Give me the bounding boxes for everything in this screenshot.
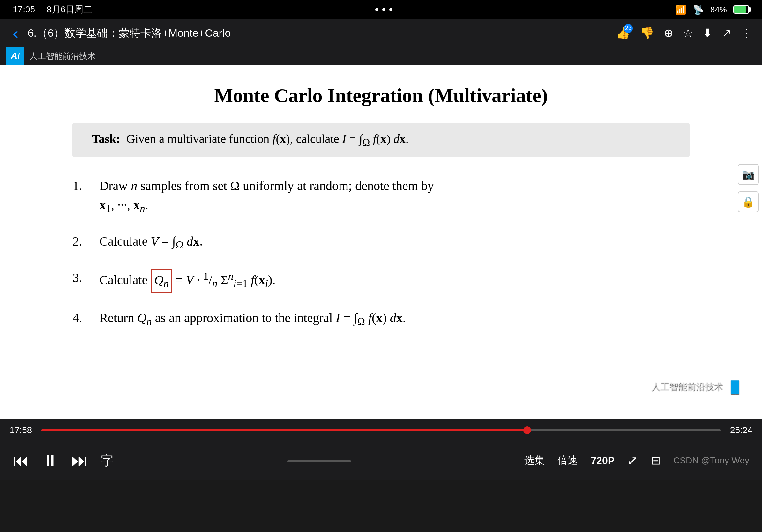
thumbs-down-button[interactable]: 👎 xyxy=(640,27,654,40)
bottom-scrollbar-area xyxy=(287,459,351,462)
progress-thumb[interactable] xyxy=(523,427,531,434)
prev-button[interactable]: ⏮ xyxy=(13,451,29,470)
controls-left: ⏮ ⏸ ⏭ 字 xyxy=(13,451,114,470)
subtitle-button[interactable]: 字 xyxy=(101,452,114,470)
ai-logo: Ai xyxy=(6,47,24,65)
current-time: 17:58 xyxy=(10,425,35,435)
camera-button[interactable]: 📷 xyxy=(738,164,759,185)
step-3-number: 3. xyxy=(72,268,92,287)
channel-name: 人工智能前沿技术 xyxy=(29,51,96,62)
quality-button[interactable]: 720P xyxy=(591,455,615,467)
step-4-number: 4. xyxy=(72,308,92,328)
pip-button[interactable]: ⊟ xyxy=(651,454,660,467)
status-date: 8月6日周二 xyxy=(46,4,92,16)
progress-bar[interactable] xyxy=(41,429,721,431)
watermark: 人工智能前沿技术 ▐▌ xyxy=(651,380,743,394)
step-1-text: Draw n samples from set Ω uniformly at r… xyxy=(99,176,689,217)
video-area: Monte Carlo Integration (Multivariate) T… xyxy=(0,65,762,419)
battery-icon xyxy=(733,5,749,14)
qn-highlight: Qn xyxy=(151,269,172,293)
step-3-text: Calculate Qn = V · 1/n Σni=1 f(xi). xyxy=(99,268,689,293)
step-4-text: Return Qn as an approximation to the int… xyxy=(99,308,689,329)
controls-right: 选集 倍速 720P ⤢ ⊟ CSDN @Tony Wey xyxy=(524,453,749,468)
steps-list: 1. Draw n samples from set Ω uniformly a… xyxy=(72,176,689,345)
watermark-channel: 人工智能前沿技术 xyxy=(651,381,723,393)
back-button[interactable]: ‹ xyxy=(10,21,21,46)
status-time: 17:05 xyxy=(13,4,35,15)
thumbs-up-button[interactable]: 👍 23 xyxy=(616,27,630,40)
slide-title: Monte Carlo Integration (Multivariate) xyxy=(214,84,548,107)
battery-percent: 84% xyxy=(710,5,727,15)
share-circle-button[interactable]: ⊕ xyxy=(664,27,673,40)
task-label: Task: xyxy=(92,132,120,146)
step-1-number: 1. xyxy=(72,176,92,195)
pause-button[interactable]: ⏸ xyxy=(42,451,59,470)
progress-fill xyxy=(41,429,527,431)
forward-button[interactable]: ↗ xyxy=(722,27,731,40)
slide-content: Monte Carlo Integration (Multivariate) T… xyxy=(0,65,762,419)
select-button[interactable]: 选集 xyxy=(524,453,545,468)
channel-credit: CSDN @Tony Wey xyxy=(673,455,749,466)
signal-icon: 📡 xyxy=(693,4,704,15)
star-button[interactable]: ☆ xyxy=(683,27,693,40)
speed-button[interactable]: 倍速 xyxy=(558,453,578,468)
wifi-icon: 📶 xyxy=(675,4,686,15)
next-button[interactable]: ⏭ xyxy=(71,451,88,470)
download-button[interactable]: ⬇ xyxy=(703,27,712,40)
progress-area[interactable]: 17:58 25:24 xyxy=(0,419,762,441)
status-right: 📶 📡 84% xyxy=(675,4,749,15)
end-time: 25:24 xyxy=(727,425,752,435)
step-2-text: Calculate V = ∫Ω dx. xyxy=(99,232,689,253)
nav-icons: 👍 23 👎 ⊕ ☆ ⬇ ↗ ⋮ xyxy=(616,27,752,40)
task-text: Given a multivariate function f(x), calc… xyxy=(123,132,409,146)
more-button[interactable]: ⋮ xyxy=(741,27,752,40)
fullscreen-button[interactable]: ⤢ xyxy=(627,453,638,468)
step-4: 4. Return Qn as an approximation to the … xyxy=(72,308,689,329)
nav-title: 6.（6）数学基础：蒙特卡洛+Monte+Carlo xyxy=(28,26,609,40)
step-1: 1. Draw n samples from set Ω uniformly a… xyxy=(72,176,689,217)
like-count-badge: 23 xyxy=(624,24,633,33)
channel-bar: Ai 人工智能前沿技术 xyxy=(0,47,762,65)
step-3: 3. Calculate Qn = V · 1/n Σni=1 f(xi). xyxy=(72,268,689,293)
task-box: Task: Given a multivariate function f(x)… xyxy=(72,123,689,157)
controls-bar: ⏮ ⏸ ⏭ 字 选集 倍速 720P ⤢ ⊟ CSDN @Tony Wey xyxy=(0,441,762,480)
step-2-number: 2. xyxy=(72,232,92,251)
status-bar: 17:05 8月6日周二 📶 📡 84% xyxy=(0,0,762,19)
bilibili-icon: ▐▌ xyxy=(726,380,743,394)
nav-bar: ‹ 6.（6）数学基础：蒙特卡洛+Monte+Carlo 👍 23 👎 ⊕ ☆ … xyxy=(0,19,762,47)
lock-button[interactable]: 🔒 xyxy=(738,191,759,212)
status-dots xyxy=(375,8,393,11)
step-2: 2. Calculate V = ∫Ω dx. xyxy=(72,232,689,253)
side-buttons: 📷 🔒 xyxy=(734,161,762,216)
